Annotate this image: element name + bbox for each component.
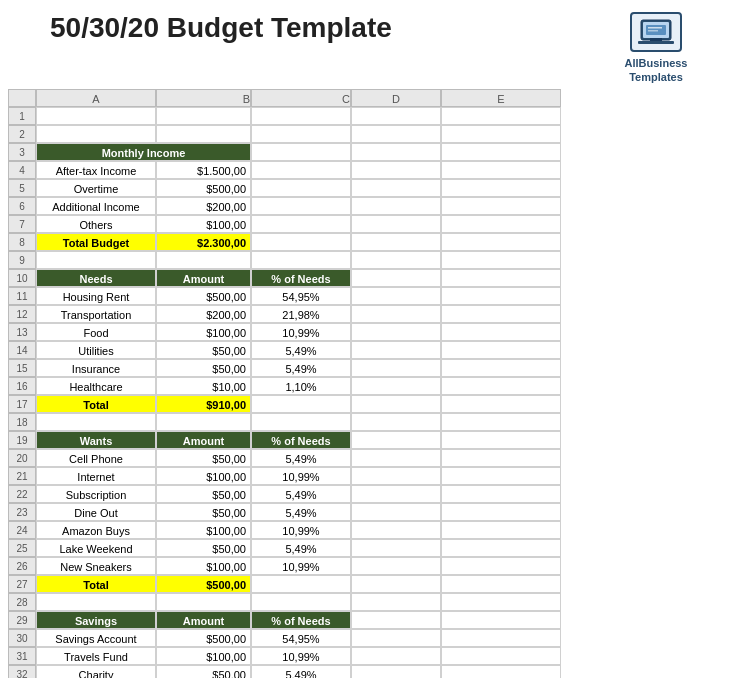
cell-b: $2.300,00 [156, 233, 251, 251]
row-number: 15 [8, 359, 36, 377]
cell-e [441, 107, 561, 125]
cell-c: 5,49% [251, 539, 351, 557]
row-number: 12 [8, 305, 36, 323]
cell-e [441, 575, 561, 593]
cell-a: Needs [36, 269, 156, 287]
cell-c: 54,95% [251, 287, 351, 305]
cell-a: Total [36, 395, 156, 413]
cell-b: $200,00 [156, 197, 251, 215]
cell-b: $50,00 [156, 359, 251, 377]
laptop-icon [638, 18, 674, 46]
table-row: 7Others$100,00 [8, 215, 731, 233]
cell-e [441, 593, 561, 611]
cell-d [351, 377, 441, 395]
table-row: 10NeedsAmount% of Needs [8, 269, 731, 287]
cell-c [251, 575, 351, 593]
cell-d [351, 521, 441, 539]
cell-e [441, 629, 561, 647]
cell-d [351, 125, 441, 143]
row-number: 31 [8, 647, 36, 665]
cell-c [251, 107, 351, 125]
cell-e [441, 521, 561, 539]
cell-e [441, 413, 561, 431]
table-row: 13Food$100,0010,99% [8, 323, 731, 341]
cell-d [351, 449, 441, 467]
cell-c [251, 413, 351, 431]
table-row: 3Monthly Income [8, 143, 731, 161]
row-number: 18 [8, 413, 36, 431]
row-number: 4 [8, 161, 36, 179]
cell-a: Others [36, 215, 156, 233]
cell-a: Total [36, 575, 156, 593]
cell-c: 21,98% [251, 305, 351, 323]
table-row: 25Lake Weekend$50,005,49% [8, 539, 731, 557]
cell-c [251, 143, 351, 161]
cell-e [441, 395, 561, 413]
col-headers: A B C D E [8, 89, 731, 107]
cell-e [441, 377, 561, 395]
title-area: 50/30/20 Budget Template AllBusinessTemp… [0, 0, 731, 89]
cell-e [441, 215, 561, 233]
cell-c: 54,95% [251, 629, 351, 647]
cell-b [156, 125, 251, 143]
cell-a [36, 593, 156, 611]
cell-d [351, 665, 441, 678]
cell-e [441, 179, 561, 197]
cell-c: % of Needs [251, 431, 351, 449]
table-row: 21Internet$100,0010,99% [8, 467, 731, 485]
cell-c: 1,10% [251, 377, 351, 395]
cell-b: Amount [156, 611, 251, 629]
cell-e [441, 197, 561, 215]
row-number: 14 [8, 341, 36, 359]
cell-a: Transportation [36, 305, 156, 323]
svg-rect-5 [648, 27, 662, 29]
cell-b: Amount [156, 269, 251, 287]
cell-d [351, 233, 441, 251]
row-number: 24 [8, 521, 36, 539]
cell-c: 10,99% [251, 467, 351, 485]
cell-e [441, 467, 561, 485]
cell-e [441, 341, 561, 359]
cell-b: $50,00 [156, 341, 251, 359]
cell-e [441, 305, 561, 323]
cell-d [351, 287, 441, 305]
cell-c [251, 215, 351, 233]
row-number: 30 [8, 629, 36, 647]
cell-e [441, 611, 561, 629]
table-row: 5Overtime$500,00 [8, 179, 731, 197]
row-number: 19 [8, 431, 36, 449]
row-number: 11 [8, 287, 36, 305]
table-row: 32Charity$50,005,49% [8, 665, 731, 678]
cell-e [441, 287, 561, 305]
row-number: 5 [8, 179, 36, 197]
row-number: 8 [8, 233, 36, 251]
cell-a [36, 413, 156, 431]
cell-a: Monthly Income [36, 143, 251, 161]
cell-e [441, 431, 561, 449]
cell-a: Insurance [36, 359, 156, 377]
cell-c: 5,49% [251, 449, 351, 467]
col-a-header: A [36, 89, 156, 107]
cell-b: $100,00 [156, 521, 251, 539]
table-row: 4After-tax Income$1.500,00 [8, 161, 731, 179]
cell-c: 10,99% [251, 647, 351, 665]
cell-e [441, 233, 561, 251]
cell-a: New Sneakers [36, 557, 156, 575]
cell-b: $100,00 [156, 467, 251, 485]
cell-d [351, 215, 441, 233]
row-number: 28 [8, 593, 36, 611]
page-title: 50/30/20 Budget Template [50, 8, 392, 48]
row-number: 29 [8, 611, 36, 629]
cell-a: After-tax Income [36, 161, 156, 179]
cell-d [351, 179, 441, 197]
cell-a: Savings Account [36, 629, 156, 647]
cell-e [441, 125, 561, 143]
table-row: 12Transportation$200,0021,98% [8, 305, 731, 323]
cell-d [351, 575, 441, 593]
row-number: 26 [8, 557, 36, 575]
cell-b: $100,00 [156, 557, 251, 575]
cell-b: $500,00 [156, 287, 251, 305]
cell-d [351, 251, 441, 269]
logo-box: AllBusinessTemplates [611, 12, 701, 85]
cell-e [441, 143, 561, 161]
